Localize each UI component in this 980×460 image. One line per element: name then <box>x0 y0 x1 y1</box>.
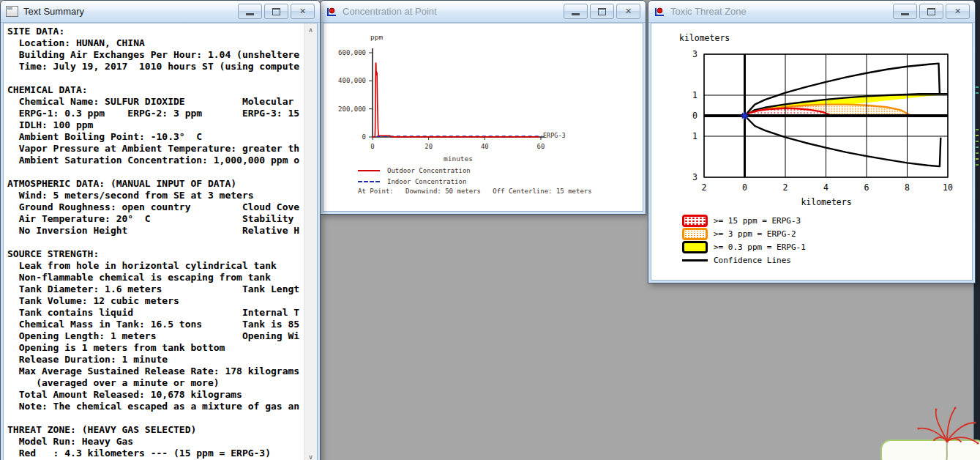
edge-dash <box>976 129 979 130</box>
edge-dash <box>976 164 979 166</box>
minimize-icon <box>246 13 254 15</box>
summary-line: Leak from hole in horizontal cylindrical… <box>7 260 304 272</box>
svg-text:2: 2 <box>783 182 788 193</box>
svg-text:400,000: 400,000 <box>338 77 366 84</box>
threat-zone-content: kilometers3101320246810kilometers >= 15 … <box>651 23 973 281</box>
summary-line: Ambient Saturation Concentration: 1,000,… <box>7 155 304 166</box>
maximize-button[interactable] <box>590 4 614 19</box>
concentration-content: ppm0200,000400,000600,0000204060minutesE… <box>323 23 643 212</box>
summary-line: Air Temperature: 20° C Stability <box>7 213 304 225</box>
svg-text:1: 1 <box>692 90 697 100</box>
svg-text:ERPG-3: ERPG-3 <box>543 132 566 139</box>
summary-line: Ambient Boiling Point: -10.3° C <box>7 131 304 143</box>
svg-text:4: 4 <box>823 182 828 193</box>
summary-text: SITE DATA: Location: HUNAN, CHINA Buildi… <box>4 23 304 460</box>
svg-text:20: 20 <box>424 143 433 150</box>
summary-line: Non-flammable chemical is escaping from … <box>7 272 304 283</box>
summary-line: ERPG-1: 0.3 ppm ERPG-2: 3 ppm ERPG-3: 15 <box>7 108 304 119</box>
summary-line: SOURCE STRENGTH: <box>7 248 304 260</box>
summary-line: Ground Roughness: open country Cloud Cov… <box>7 201 304 213</box>
window-title: Concentration at Point <box>343 6 437 17</box>
close-button[interactable]: ✕ <box>291 4 315 19</box>
summary-line: SITE DATA: <box>7 26 304 37</box>
text-summary-content: SITE DATA: Location: HUNAN, CHINA Buildi… <box>3 23 318 460</box>
summary-line: Wind: 5 meters/second from SE at 3 meter… <box>7 190 304 201</box>
indoor-line-swatch <box>358 181 380 182</box>
summary-line: Location: HUNAN, CHINA <box>7 37 304 49</box>
scroll-up-icon[interactable]: ∧ <box>304 24 317 36</box>
at-point-note: At Point: Downwind: 50 meters Off Center… <box>358 188 592 195</box>
svg-text:8: 8 <box>905 182 910 193</box>
svg-text:minutes: minutes <box>444 155 473 163</box>
legend-label: >= 0.3 ppm = ERPG-1 <box>714 242 806 252</box>
summary-line: Tank Volume: 12 cubic meters <box>7 295 304 307</box>
orange-dots-swatch <box>682 228 708 240</box>
text-summary-titlebar[interactable]: Text Summary ✕ <box>1 1 320 23</box>
window-title: Toxic Threat Zone <box>670 6 747 17</box>
minimize-icon <box>572 13 580 15</box>
legend-label: >= 3 ppm = ERPG-2 <box>714 229 796 239</box>
concentration-titlebar[interactable]: Concentration at Point ✕ <box>321 1 646 23</box>
summary-line: Time: July 19, 2017 1010 hours ST (using… <box>7 61 304 73</box>
svg-text:0: 0 <box>370 143 374 150</box>
threat-zone-chart: kilometers3101320246810kilometers <box>651 23 972 208</box>
window-title: Text Summary <box>23 6 84 17</box>
svg-text:3: 3 <box>692 49 697 59</box>
summary-line: Chemical Mass in Tank: 16.5 tons Tank is… <box>7 319 304 330</box>
svg-text:kilometers: kilometers <box>679 33 730 43</box>
indoor-legend-label: Indoor Concentration <box>387 178 466 185</box>
summary-line: Tank Diameter: 1.6 meters Tank Lengt <box>7 283 304 295</box>
close-icon: ✕ <box>954 7 961 15</box>
svg-text:1: 1 <box>692 131 697 141</box>
maximize-icon <box>272 8 280 15</box>
svg-text:2: 2 <box>702 182 707 193</box>
svg-text:0: 0 <box>692 111 697 121</box>
close-icon: ✕ <box>299 7 306 15</box>
summary-line: Note: The chemical escaped as a mixture … <box>7 401 304 412</box>
concentration-legend: Outdoor Concentration Indoor Concentrati… <box>358 165 592 195</box>
scroll-down-icon[interactable]: ∨ <box>304 451 317 460</box>
edge-dash <box>976 135 979 136</box>
summary-line <box>7 412 304 424</box>
svg-text:60: 60 <box>537 143 545 150</box>
summary-line <box>7 237 304 248</box>
legend-row: Confidence Lines <box>682 253 806 267</box>
threat-zone-titlebar[interactable]: Toxic Threat Zone ✕ <box>648 1 975 23</box>
concentration-chart: ppm0200,000400,000600,0000204060minutesE… <box>323 23 643 164</box>
close-button[interactable]: ✕ <box>616 4 640 19</box>
minimize-icon <box>901 13 909 15</box>
close-button[interactable]: ✕ <box>946 4 970 19</box>
summary-line: Release Duration: 1 minute <box>7 354 304 366</box>
minimize-button[interactable] <box>893 4 917 19</box>
svg-text:3: 3 <box>692 172 697 182</box>
maximize-icon <box>927 8 935 15</box>
summary-line: Model Run: Heavy Gas <box>7 436 304 448</box>
svg-text:kilometers: kilometers <box>801 197 851 207</box>
summary-line: Red : 4.3 kilometers --- (15 ppm = ERPG-… <box>7 448 304 459</box>
summary-line: Tank contains liquid Internal T <box>7 307 304 319</box>
yellow-solid-swatch <box>682 241 708 253</box>
edge-dash <box>976 92 979 94</box>
edge-dash <box>976 86 979 88</box>
summary-line: Vapor Pressure at Ambient Temperature: g… <box>7 143 304 155</box>
minimize-button[interactable] <box>238 4 262 19</box>
edge-dash <box>976 158 979 160</box>
svg-text:0: 0 <box>742 182 747 193</box>
svg-text:ppm: ppm <box>370 33 383 41</box>
maximize-button[interactable] <box>919 4 943 19</box>
threat-zone-legend: >= 15 ppm = ERPG-3>= 3 ppm = ERPG-2>= 0.… <box>682 214 806 267</box>
svg-text:6: 6 <box>864 182 869 193</box>
legend-label: Confidence Lines <box>714 256 791 265</box>
edge-dash <box>976 141 979 142</box>
minimize-button[interactable] <box>564 4 588 19</box>
svg-text:600,000: 600,000 <box>338 49 366 56</box>
summary-line: Chemical Name: SULFUR DIOXIDE Molecular <box>7 96 304 108</box>
svg-text:10: 10 <box>943 182 953 193</box>
vertical-scrollbar[interactable]: ∧ ∨ <box>304 23 317 460</box>
legend-label: >= 15 ppm = ERPG-3 <box>714 216 801 226</box>
svg-text:0: 0 <box>362 133 366 141</box>
summary-line <box>7 166 304 178</box>
svg-text:200,000: 200,000 <box>338 105 366 113</box>
maximize-button[interactable] <box>264 4 288 19</box>
summary-line: Building Air Exchanges Per Hour: 1.04 (u… <box>7 49 304 61</box>
